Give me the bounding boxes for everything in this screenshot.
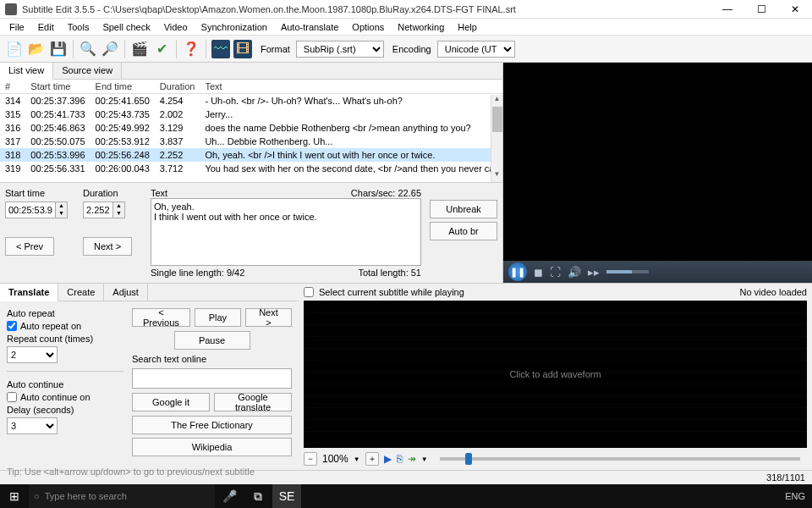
- tab-adjust[interactable]: Adjust: [104, 284, 148, 301]
- dur-down-icon[interactable]: ▼: [113, 210, 124, 218]
- start-time-input[interactable]: [5, 202, 56, 218]
- replace-icon[interactable]: 🔎: [101, 40, 119, 58]
- taskbar-search[interactable]: ○ Type here to search: [29, 484, 215, 508]
- stop-icon[interactable]: ◼: [534, 266, 543, 279]
- google-it-button[interactable]: Google it: [132, 393, 210, 411]
- col-dur[interactable]: Duration: [155, 80, 200, 94]
- repeat-count-label: Repeat count (times): [7, 334, 123, 344]
- col-num[interactable]: #: [0, 80, 25, 94]
- start-time-label: Start time: [5, 188, 74, 198]
- start-down-icon[interactable]: ▼: [56, 210, 67, 218]
- play-pause-icon[interactable]: ❚❚: [508, 262, 527, 281]
- menu-tools[interactable]: Tools: [62, 20, 96, 34]
- start-up-icon[interactable]: ▲: [56, 202, 67, 210]
- menu-options[interactable]: Options: [346, 20, 390, 34]
- mic-icon[interactable]: 🎤: [215, 484, 244, 508]
- maximize-button[interactable]: ☐: [744, 0, 778, 19]
- auto-continue-checkbox[interactable]: [7, 392, 17, 402]
- find-icon[interactable]: 🔍: [79, 40, 97, 58]
- trans-pause-button[interactable]: Pause: [174, 331, 250, 350]
- wave-position-icon[interactable]: ⎘: [397, 453, 403, 465]
- dur-up-icon[interactable]: ▲: [113, 202, 124, 210]
- subtitle-text-input[interactable]: Oh, yeah. I think I went out with her on…: [151, 198, 421, 266]
- tab-create[interactable]: Create: [58, 284, 104, 301]
- delay-select[interactable]: 3: [7, 417, 58, 434]
- list-tabs: List view Source view: [0, 63, 502, 80]
- table-row[interactable]: 31500:25:41.73300:25:43.7352.002Jerry...: [0, 108, 502, 121]
- save-file-icon[interactable]: 💾: [49, 40, 68, 58]
- no-video-label: No video loaded: [739, 287, 807, 297]
- menu-networking[interactable]: Networking: [392, 20, 450, 34]
- encoding-combo[interactable]: Unicode (UTF-8): [437, 41, 515, 58]
- waveform-area[interactable]: Click to add waveform: [304, 301, 807, 448]
- auto-repeat-label: Auto repeat on: [20, 321, 81, 331]
- search-placeholder: Type here to search: [45, 491, 127, 501]
- scrollbar-thumb[interactable]: [492, 107, 502, 132]
- volume-slider[interactable]: [606, 270, 649, 273]
- mute-icon[interactable]: ▸▸: [588, 266, 600, 279]
- table-row[interactable]: 31700:25:50.07500:25:53.9123.837Uh... De…: [0, 135, 502, 148]
- zoom-in-icon[interactable]: ＋: [365, 452, 379, 466]
- next-button[interactable]: Next >: [83, 237, 132, 256]
- repeat-count-select[interactable]: 2: [7, 346, 58, 363]
- free-dictionary-button[interactable]: The Free Dictionary: [132, 416, 292, 434]
- spellcheck-icon[interactable]: ✔: [152, 40, 171, 58]
- start-button-icon[interactable]: ⊞: [0, 484, 29, 508]
- edit-area: Start time ▲▼ < Prev Duration ▲▼ Next >: [0, 183, 502, 283]
- wave-play-icon[interactable]: ▶: [384, 453, 392, 465]
- menu-file[interactable]: File: [3, 20, 30, 34]
- table-row[interactable]: 31900:25:56.33100:26:00.0433.712You had …: [0, 162, 502, 175]
- waveform-position-slider[interactable]: [440, 457, 800, 461]
- menu-autotranslate[interactable]: Auto-translate: [275, 20, 344, 34]
- wikipedia-button[interactable]: Wikipedia: [132, 438, 292, 456]
- volume-icon[interactable]: 🔊: [568, 266, 581, 279]
- taskbar-app-icon[interactable]: SE: [272, 484, 301, 508]
- select-current-checkbox[interactable]: [304, 287, 314, 297]
- zoom-out-icon[interactable]: －: [304, 452, 317, 466]
- menu-video[interactable]: Video: [158, 20, 194, 34]
- lower-panel: Translate Create Adjust Auto repeat Auto…: [0, 283, 812, 470]
- duration-input[interactable]: [83, 202, 113, 218]
- help-icon[interactable]: ❓: [182, 40, 200, 58]
- menu-synchronization[interactable]: Synchronization: [195, 20, 273, 34]
- format-combo[interactable]: SubRip (.srt): [296, 41, 384, 58]
- task-view-icon[interactable]: ⧉: [244, 484, 272, 508]
- grid-scrollbar[interactable]: ▲ ▼: [491, 95, 502, 182]
- toolbar: 📄 📂 💾 🔍 🔎 🎬 ✔ ❓ 〰 🎞 Format SubRip (.srt)…: [0, 36, 812, 63]
- taskbar-lang[interactable]: ENG: [785, 491, 805, 501]
- new-file-icon[interactable]: 📄: [5, 40, 24, 58]
- video-toggle-icon[interactable]: 🎞: [233, 40, 252, 58]
- table-row[interactable]: 31600:25:46.86300:25:49.9923.129does the…: [0, 121, 502, 135]
- google-translate-button[interactable]: Google translate: [214, 393, 292, 411]
- menu-help[interactable]: Help: [452, 20, 483, 34]
- table-row[interactable]: 31400:25:37.39600:25:41.6504.254- Uh-oh.…: [0, 94, 502, 108]
- tab-list-view[interactable]: List view: [0, 63, 53, 80]
- auto-repeat-checkbox[interactable]: [7, 321, 17, 331]
- menu-spellcheck[interactable]: Spell check: [96, 20, 156, 34]
- tab-translate[interactable]: Translate: [0, 284, 58, 301]
- col-text[interactable]: Text: [200, 80, 502, 94]
- wave-next-icon[interactable]: ↠: [408, 453, 416, 465]
- table-row[interactable]: 31800:25:53.99600:25:56.2482.252Oh, yeah…: [0, 148, 502, 162]
- waveform-toggle-icon[interactable]: 〰: [211, 40, 230, 58]
- minimize-button[interactable]: —: [710, 0, 744, 19]
- tab-source-view[interactable]: Source view: [53, 63, 122, 79]
- window-title: Subtitle Edit 3.5.5 - C:\Users\qbap\Desk…: [22, 4, 710, 14]
- slider-thumb[interactable]: [465, 453, 472, 465]
- trans-play-button[interactable]: Play: [195, 308, 241, 327]
- unbreak-button[interactable]: Unbreak: [430, 200, 497, 218]
- menu-edit[interactable]: Edit: [32, 20, 60, 34]
- fullscreen-icon[interactable]: ⛶: [550, 266, 561, 279]
- col-end[interactable]: End time: [91, 80, 155, 94]
- autobr-button[interactable]: Auto br: [430, 222, 497, 240]
- auto-continue-group: Auto continue: [7, 379, 123, 389]
- prev-button[interactable]: < Prev: [5, 237, 54, 256]
- col-start[interactable]: Start time: [25, 80, 90, 94]
- trans-next-button[interactable]: Next >: [245, 308, 292, 327]
- open-file-icon[interactable]: 📂: [27, 40, 46, 58]
- visual-sync-icon[interactable]: 🎬: [130, 40, 149, 58]
- search-online-input[interactable]: [132, 368, 292, 389]
- close-button[interactable]: ✕: [778, 0, 812, 19]
- subtitle-grid[interactable]: # Start time End time Duration Text 3140…: [0, 80, 502, 183]
- trans-previous-button[interactable]: < Previous: [132, 308, 190, 327]
